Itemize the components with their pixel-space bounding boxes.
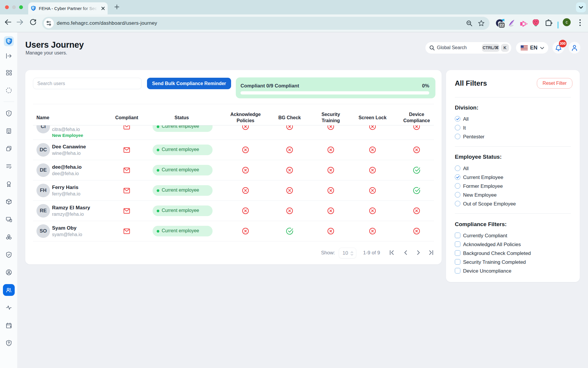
svg-text:22: 22 — [500, 23, 504, 27]
